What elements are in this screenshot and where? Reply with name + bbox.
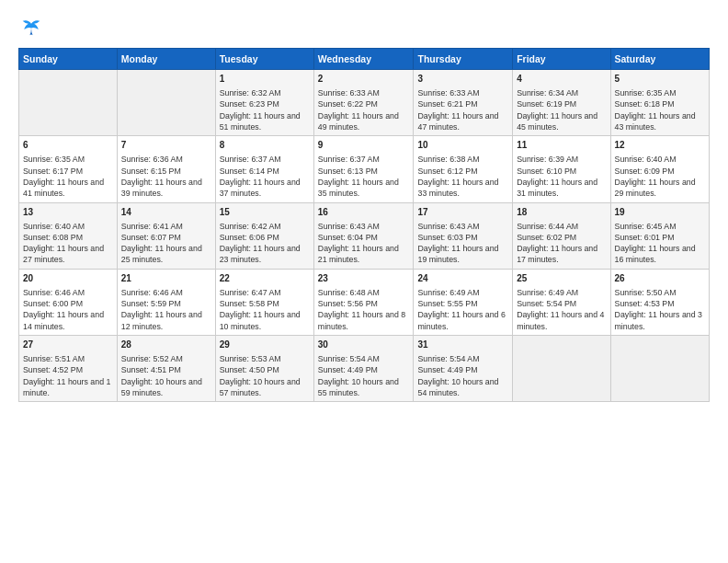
column-header-thursday: Thursday <box>414 49 513 70</box>
column-header-tuesday: Tuesday <box>215 49 313 70</box>
calendar-cell <box>610 336 709 402</box>
day-number: 18 <box>517 206 606 219</box>
calendar-cell: 31Sunrise: 5:54 AM Sunset: 4:49 PM Dayli… <box>414 336 513 402</box>
day-info: Sunrise: 6:40 AM Sunset: 6:09 PM Dayligh… <box>615 154 705 199</box>
calendar-cell: 11Sunrise: 6:39 AM Sunset: 6:10 PM Dayli… <box>513 136 610 202</box>
day-number: 29 <box>220 339 310 351</box>
calendar-cell: 12Sunrise: 6:40 AM Sunset: 6:09 PM Dayli… <box>610 136 709 202</box>
calendar-cell <box>513 336 610 402</box>
day-number: 3 <box>417 73 508 86</box>
day-number: 11 <box>517 139 606 152</box>
week-row-3: 13Sunrise: 6:40 AM Sunset: 6:08 PM Dayli… <box>19 202 710 269</box>
day-number: 31 <box>417 339 508 351</box>
day-info: Sunrise: 6:49 AM Sunset: 5:54 PM Dayligh… <box>517 287 606 332</box>
day-info: Sunrise: 5:52 AM Sunset: 4:51 PM Dayligh… <box>121 353 211 398</box>
calendar-cell: 28Sunrise: 5:52 AM Sunset: 4:51 PM Dayli… <box>117 336 215 402</box>
day-info: Sunrise: 6:47 AM Sunset: 5:58 PM Dayligh… <box>220 287 310 332</box>
calendar-cell: 10Sunrise: 6:38 AM Sunset: 6:12 PM Dayli… <box>414 136 513 202</box>
day-info: Sunrise: 6:43 AM Sunset: 6:04 PM Dayligh… <box>318 221 410 266</box>
day-info: Sunrise: 6:35 AM Sunset: 6:17 PM Dayligh… <box>23 154 113 199</box>
day-info: Sunrise: 6:40 AM Sunset: 6:08 PM Dayligh… <box>23 221 113 266</box>
column-header-wednesday: Wednesday <box>313 49 414 70</box>
day-number: 14 <box>121 206 211 219</box>
day-number: 20 <box>23 272 113 285</box>
day-number: 5 <box>615 73 705 86</box>
calendar-cell: 27Sunrise: 5:51 AM Sunset: 4:52 PM Dayli… <box>19 336 118 402</box>
day-number: 13 <box>23 206 113 219</box>
day-info: Sunrise: 6:46 AM Sunset: 5:59 PM Dayligh… <box>121 287 211 332</box>
day-number: 9 <box>318 139 410 152</box>
day-info: Sunrise: 6:37 AM Sunset: 6:14 PM Dayligh… <box>220 154 310 199</box>
calendar-cell: 30Sunrise: 5:54 AM Sunset: 4:49 PM Dayli… <box>313 336 414 402</box>
day-info: Sunrise: 6:37 AM Sunset: 6:13 PM Dayligh… <box>318 154 410 199</box>
day-number: 24 <box>417 272 508 285</box>
calendar-cell: 21Sunrise: 6:46 AM Sunset: 5:59 PM Dayli… <box>117 269 215 335</box>
calendar-cell: 29Sunrise: 5:53 AM Sunset: 4:50 PM Dayli… <box>215 336 313 402</box>
header <box>18 17 710 42</box>
day-info: Sunrise: 6:38 AM Sunset: 6:12 PM Dayligh… <box>417 154 508 199</box>
column-header-sunday: Sunday <box>19 49 118 70</box>
day-info: Sunrise: 5:54 AM Sunset: 4:49 PM Dayligh… <box>417 353 508 398</box>
day-number: 22 <box>220 272 310 285</box>
week-row-2: 6Sunrise: 6:35 AM Sunset: 6:17 PM Daylig… <box>19 136 710 202</box>
calendar-cell <box>19 70 118 136</box>
day-number: 6 <box>23 139 113 152</box>
day-info: Sunrise: 6:46 AM Sunset: 6:00 PM Dayligh… <box>23 287 113 332</box>
calendar-cell: 6Sunrise: 6:35 AM Sunset: 6:17 PM Daylig… <box>19 136 118 202</box>
calendar-cell: 25Sunrise: 6:49 AM Sunset: 5:54 PM Dayli… <box>513 269 610 335</box>
calendar-cell: 16Sunrise: 6:43 AM Sunset: 6:04 PM Dayli… <box>313 202 414 269</box>
day-info: Sunrise: 6:43 AM Sunset: 6:03 PM Dayligh… <box>417 221 508 266</box>
day-info: Sunrise: 5:53 AM Sunset: 4:50 PM Dayligh… <box>220 353 310 398</box>
calendar-cell: 14Sunrise: 6:41 AM Sunset: 6:07 PM Dayli… <box>117 202 215 269</box>
calendar-cell: 3Sunrise: 6:33 AM Sunset: 6:21 PM Daylig… <box>414 70 513 136</box>
day-number: 25 <box>517 272 606 285</box>
header-row: SundayMondayTuesdayWednesdayThursdayFrid… <box>19 49 710 70</box>
calendar-cell: 17Sunrise: 6:43 AM Sunset: 6:03 PM Dayli… <box>414 202 513 269</box>
calendar-cell: 13Sunrise: 6:40 AM Sunset: 6:08 PM Dayli… <box>19 202 118 269</box>
logo <box>18 17 48 42</box>
week-row-4: 20Sunrise: 6:46 AM Sunset: 6:00 PM Dayli… <box>19 269 710 335</box>
day-info: Sunrise: 6:36 AM Sunset: 6:15 PM Dayligh… <box>121 154 211 199</box>
calendar-cell: 4Sunrise: 6:34 AM Sunset: 6:19 PM Daylig… <box>513 70 610 136</box>
calendar-cell: 7Sunrise: 6:36 AM Sunset: 6:15 PM Daylig… <box>117 136 215 202</box>
day-number: 23 <box>318 272 410 285</box>
day-number: 30 <box>318 339 410 351</box>
day-number: 26 <box>615 272 705 285</box>
column-header-saturday: Saturday <box>610 49 709 70</box>
day-number: 28 <box>121 339 211 351</box>
calendar-cell: 15Sunrise: 6:42 AM Sunset: 6:06 PM Dayli… <box>215 202 313 269</box>
calendar-cell <box>117 70 215 136</box>
day-info: Sunrise: 6:39 AM Sunset: 6:10 PM Dayligh… <box>517 154 606 199</box>
day-info: Sunrise: 6:44 AM Sunset: 6:02 PM Dayligh… <box>517 221 606 266</box>
calendar-cell: 18Sunrise: 6:44 AM Sunset: 6:02 PM Dayli… <box>513 202 610 269</box>
day-number: 21 <box>121 272 211 285</box>
calendar-cell: 24Sunrise: 6:49 AM Sunset: 5:55 PM Dayli… <box>414 269 513 335</box>
calendar-cell: 8Sunrise: 6:37 AM Sunset: 6:14 PM Daylig… <box>215 136 313 202</box>
day-info: Sunrise: 6:49 AM Sunset: 5:55 PM Dayligh… <box>417 287 508 332</box>
day-number: 1 <box>220 73 310 86</box>
day-info: Sunrise: 6:32 AM Sunset: 6:23 PM Dayligh… <box>220 87 310 132</box>
day-info: Sunrise: 5:50 AM Sunset: 4:53 PM Dayligh… <box>615 287 705 332</box>
calendar-cell: 26Sunrise: 5:50 AM Sunset: 4:53 PM Dayli… <box>610 269 709 335</box>
day-number: 19 <box>615 206 705 219</box>
day-number: 27 <box>23 339 113 351</box>
day-info: Sunrise: 6:42 AM Sunset: 6:06 PM Dayligh… <box>220 221 310 266</box>
calendar-table: SundayMondayTuesdayWednesdayThursdayFrid… <box>18 48 710 402</box>
day-info: Sunrise: 6:33 AM Sunset: 6:22 PM Dayligh… <box>318 87 410 132</box>
logo-icon <box>18 17 44 42</box>
day-info: Sunrise: 6:41 AM Sunset: 6:07 PM Dayligh… <box>121 221 211 266</box>
day-number: 7 <box>121 139 211 152</box>
day-number: 16 <box>318 206 410 219</box>
day-info: Sunrise: 5:51 AM Sunset: 4:52 PM Dayligh… <box>23 353 113 398</box>
calendar-cell: 5Sunrise: 6:35 AM Sunset: 6:18 PM Daylig… <box>610 70 709 136</box>
week-row-1: 1Sunrise: 6:32 AM Sunset: 6:23 PM Daylig… <box>19 70 710 136</box>
calendar-cell: 9Sunrise: 6:37 AM Sunset: 6:13 PM Daylig… <box>313 136 414 202</box>
calendar-cell: 22Sunrise: 6:47 AM Sunset: 5:58 PM Dayli… <box>215 269 313 335</box>
calendar-cell: 23Sunrise: 6:48 AM Sunset: 5:56 PM Dayli… <box>313 269 414 335</box>
calendar-cell: 19Sunrise: 6:45 AM Sunset: 6:01 PM Dayli… <box>610 202 709 269</box>
day-number: 2 <box>318 73 410 86</box>
day-info: Sunrise: 5:54 AM Sunset: 4:49 PM Dayligh… <box>318 353 410 398</box>
day-info: Sunrise: 6:34 AM Sunset: 6:19 PM Dayligh… <box>517 87 606 132</box>
column-header-monday: Monday <box>117 49 215 70</box>
column-header-friday: Friday <box>513 49 610 70</box>
